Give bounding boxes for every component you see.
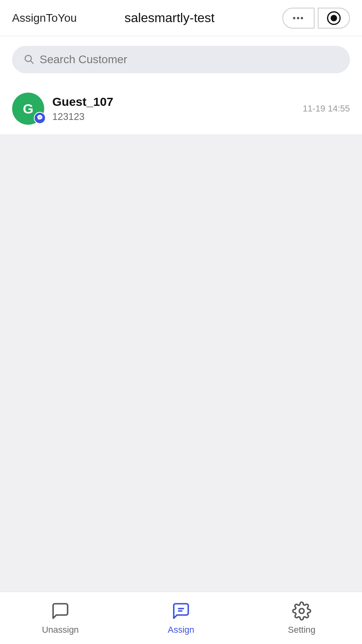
record-button[interactable] (318, 8, 350, 29)
search-input[interactable] (40, 53, 339, 66)
tab-assign[interactable]: Assign (121, 592, 241, 644)
customer-name: Guest_107 (52, 95, 295, 109)
customer-time: 11-19 14:55 (303, 103, 350, 114)
svg-point-4 (299, 609, 304, 613)
more-options-button[interactable]: ••• (282, 8, 315, 29)
search-bar (12, 46, 350, 73)
svg-line-1 (31, 61, 33, 63)
record-icon (327, 11, 341, 25)
customer-item[interactable]: G Guest_107 123123 11-19 14:55 (0, 83, 362, 135)
tab-assign-label: Assign (168, 625, 194, 635)
app-header: AssignToYou salesmartly-test ••• (0, 0, 362, 36)
app-title-center: salesmartly-test (57, 10, 282, 25)
dots-icon: ••• (292, 13, 304, 23)
assign-icon (171, 601, 191, 621)
setting-icon (292, 601, 311, 621)
tab-setting[interactable]: Setting (241, 592, 362, 644)
chat-badge-icon (37, 114, 43, 122)
customer-info: Guest_107 123123 (52, 95, 295, 122)
header-actions: ••• (282, 8, 350, 29)
unassign-icon (51, 601, 70, 621)
search-container (0, 36, 362, 83)
tab-bar: Unassign Assign Setting (0, 592, 362, 644)
search-icon (23, 54, 34, 66)
tab-unassign-label: Unassign (42, 625, 79, 635)
record-icon-inner (331, 15, 337, 21)
tab-unassign[interactable]: Unassign (0, 592, 121, 644)
avatar-wrap: G (12, 93, 44, 125)
customer-list: G Guest_107 123123 11-19 14:55 (0, 83, 362, 592)
customer-sub: 123123 (52, 111, 295, 122)
tab-setting-label: Setting (288, 625, 316, 635)
chat-badge (34, 112, 46, 124)
